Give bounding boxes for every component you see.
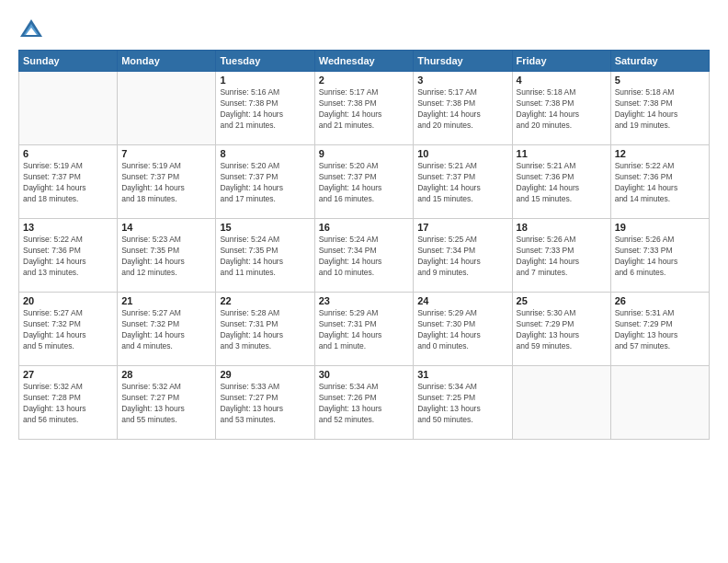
day-number: 10	[417, 148, 507, 159]
day-number: 30	[319, 369, 409, 380]
calendar-cell: 29Sunrise: 5:33 AM Sunset: 7:27 PM Dayli…	[216, 366, 314, 440]
day-info: Sunrise: 5:28 AM Sunset: 7:31 PM Dayligh…	[220, 308, 310, 352]
day-number: 11	[517, 148, 607, 159]
day-number: 27	[23, 369, 113, 380]
page: SundayMondayTuesdayWednesdayThursdayFrid…	[0, 0, 728, 563]
calendar-cell: 12Sunrise: 5:22 AM Sunset: 7:36 PM Dayli…	[610, 145, 709, 219]
day-info: Sunrise: 5:29 AM Sunset: 7:30 PM Dayligh…	[417, 308, 507, 352]
day-info: Sunrise: 5:34 AM Sunset: 7:26 PM Dayligh…	[319, 382, 409, 426]
day-number: 5	[615, 75, 705, 86]
calendar-cell: 13Sunrise: 5:22 AM Sunset: 7:36 PM Dayli…	[19, 219, 118, 293]
day-number: 2	[319, 75, 409, 86]
day-number: 1	[220, 75, 310, 86]
day-number: 4	[517, 75, 607, 86]
day-number: 13	[23, 222, 113, 233]
day-info: Sunrise: 5:30 AM Sunset: 7:29 PM Dayligh…	[517, 308, 607, 352]
day-info: Sunrise: 5:22 AM Sunset: 7:36 PM Dayligh…	[23, 235, 113, 279]
logo	[18, 17, 48, 42]
day-number: 24	[417, 295, 507, 306]
calendar-week-5: 27Sunrise: 5:32 AM Sunset: 7:28 PM Dayli…	[19, 366, 710, 440]
day-info: Sunrise: 5:27 AM Sunset: 7:32 PM Dayligh…	[121, 308, 211, 352]
day-number: 22	[220, 295, 310, 306]
calendar-cell: 15Sunrise: 5:24 AM Sunset: 7:35 PM Dayli…	[216, 219, 314, 293]
calendar-cell: 18Sunrise: 5:26 AM Sunset: 7:33 PM Dayli…	[512, 219, 610, 293]
calendar-cell: 28Sunrise: 5:32 AM Sunset: 7:27 PM Dayli…	[118, 366, 216, 440]
day-info: Sunrise: 5:32 AM Sunset: 7:27 PM Dayligh…	[121, 382, 211, 426]
calendar-week-2: 6Sunrise: 5:19 AM Sunset: 7:37 PM Daylig…	[19, 145, 710, 219]
calendar-cell: 16Sunrise: 5:24 AM Sunset: 7:34 PM Dayli…	[314, 219, 413, 293]
day-info: Sunrise: 5:25 AM Sunset: 7:34 PM Dayligh…	[417, 235, 507, 279]
weekday-monday: Monday	[118, 51, 216, 72]
day-info: Sunrise: 5:18 AM Sunset: 7:38 PM Dayligh…	[615, 87, 705, 132]
day-info: Sunrise: 5:29 AM Sunset: 7:31 PM Dayligh…	[319, 308, 409, 352]
day-info: Sunrise: 5:19 AM Sunset: 7:37 PM Dayligh…	[23, 161, 113, 205]
day-info: Sunrise: 5:34 AM Sunset: 7:25 PM Dayligh…	[417, 382, 507, 426]
calendar-cell: 27Sunrise: 5:32 AM Sunset: 7:28 PM Dayli…	[19, 366, 118, 440]
day-info: Sunrise: 5:17 AM Sunset: 7:38 PM Dayligh…	[417, 87, 507, 132]
day-number: 12	[615, 148, 705, 159]
day-number: 25	[517, 295, 607, 306]
header	[18, 17, 710, 42]
day-number: 28	[121, 369, 211, 380]
day-info: Sunrise: 5:26 AM Sunset: 7:33 PM Dayligh…	[517, 235, 607, 279]
weekday-tuesday: Tuesday	[216, 51, 314, 72]
calendar-cell: 21Sunrise: 5:27 AM Sunset: 7:32 PM Dayli…	[118, 293, 216, 366]
day-info: Sunrise: 5:31 AM Sunset: 7:29 PM Dayligh…	[615, 308, 705, 352]
day-info: Sunrise: 5:17 AM Sunset: 7:38 PM Dayligh…	[319, 87, 409, 132]
calendar-week-4: 20Sunrise: 5:27 AM Sunset: 7:32 PM Dayli…	[19, 293, 710, 366]
day-info: Sunrise: 5:22 AM Sunset: 7:36 PM Dayligh…	[615, 161, 705, 205]
day-info: Sunrise: 5:26 AM Sunset: 7:33 PM Dayligh…	[615, 235, 705, 279]
day-number: 7	[121, 148, 211, 159]
day-info: Sunrise: 5:21 AM Sunset: 7:36 PM Dayligh…	[517, 161, 607, 205]
calendar-cell: 3Sunrise: 5:17 AM Sunset: 7:38 PM Daylig…	[414, 72, 512, 145]
day-number: 18	[517, 222, 607, 233]
day-info: Sunrise: 5:21 AM Sunset: 7:37 PM Dayligh…	[417, 161, 507, 205]
day-number: 3	[417, 75, 507, 86]
weekday-thursday: Thursday	[414, 51, 512, 72]
day-number: 9	[319, 148, 409, 159]
calendar-cell: 22Sunrise: 5:28 AM Sunset: 7:31 PM Dayli…	[216, 293, 314, 366]
calendar-cell: 6Sunrise: 5:19 AM Sunset: 7:37 PM Daylig…	[19, 145, 118, 219]
day-number: 21	[121, 295, 211, 306]
day-number: 29	[220, 369, 310, 380]
day-info: Sunrise: 5:33 AM Sunset: 7:27 PM Dayligh…	[220, 382, 310, 426]
calendar-cell: 9Sunrise: 5:20 AM Sunset: 7:37 PM Daylig…	[314, 145, 413, 219]
calendar-cell: 20Sunrise: 5:27 AM Sunset: 7:32 PM Dayli…	[19, 293, 118, 366]
weekday-sunday: Sunday	[19, 51, 118, 72]
calendar-cell: 14Sunrise: 5:23 AM Sunset: 7:35 PM Dayli…	[118, 219, 216, 293]
weekday-saturday: Saturday	[610, 51, 709, 72]
calendar-cell: 26Sunrise: 5:31 AM Sunset: 7:29 PM Dayli…	[610, 293, 709, 366]
calendar-week-1: 1Sunrise: 5:16 AM Sunset: 7:38 PM Daylig…	[19, 72, 710, 145]
day-info: Sunrise: 5:23 AM Sunset: 7:35 PM Dayligh…	[121, 235, 211, 279]
calendar-table: SundayMondayTuesdayWednesdayThursdayFrid…	[18, 50, 710, 440]
day-number: 8	[220, 148, 310, 159]
day-number: 31	[417, 369, 507, 380]
calendar-cell: 24Sunrise: 5:29 AM Sunset: 7:30 PM Dayli…	[414, 293, 512, 366]
calendar-cell: 11Sunrise: 5:21 AM Sunset: 7:36 PM Dayli…	[512, 145, 610, 219]
calendar-cell: 8Sunrise: 5:20 AM Sunset: 7:37 PM Daylig…	[216, 145, 314, 219]
calendar-cell: 10Sunrise: 5:21 AM Sunset: 7:37 PM Dayli…	[414, 145, 512, 219]
calendar-cell: 25Sunrise: 5:30 AM Sunset: 7:29 PM Dayli…	[512, 293, 610, 366]
calendar-cell: 17Sunrise: 5:25 AM Sunset: 7:34 PM Dayli…	[414, 219, 512, 293]
weekday-friday: Friday	[512, 51, 610, 72]
weekday-header-row: SundayMondayTuesdayWednesdayThursdayFrid…	[19, 51, 710, 72]
calendar-cell: 2Sunrise: 5:17 AM Sunset: 7:38 PM Daylig…	[314, 72, 413, 145]
day-info: Sunrise: 5:20 AM Sunset: 7:37 PM Dayligh…	[319, 161, 409, 205]
day-number: 26	[615, 295, 705, 306]
day-info: Sunrise: 5:32 AM Sunset: 7:28 PM Dayligh…	[23, 382, 113, 426]
calendar-week-3: 13Sunrise: 5:22 AM Sunset: 7:36 PM Dayli…	[19, 219, 710, 293]
calendar-cell: 5Sunrise: 5:18 AM Sunset: 7:38 PM Daylig…	[610, 72, 709, 145]
calendar-cell	[512, 366, 610, 440]
calendar-cell: 30Sunrise: 5:34 AM Sunset: 7:26 PM Dayli…	[314, 366, 413, 440]
day-number: 6	[23, 148, 113, 159]
calendar-cell: 4Sunrise: 5:18 AM Sunset: 7:38 PM Daylig…	[512, 72, 610, 145]
day-number: 16	[319, 222, 409, 233]
day-number: 14	[121, 222, 211, 233]
calendar-cell: 19Sunrise: 5:26 AM Sunset: 7:33 PM Dayli…	[610, 219, 709, 293]
calendar-cell: 31Sunrise: 5:34 AM Sunset: 7:25 PM Dayli…	[414, 366, 512, 440]
calendar-cell: 7Sunrise: 5:19 AM Sunset: 7:37 PM Daylig…	[118, 145, 216, 219]
day-number: 19	[615, 222, 705, 233]
day-number: 15	[220, 222, 310, 233]
calendar-cell	[19, 72, 118, 145]
day-number: 23	[319, 295, 409, 306]
